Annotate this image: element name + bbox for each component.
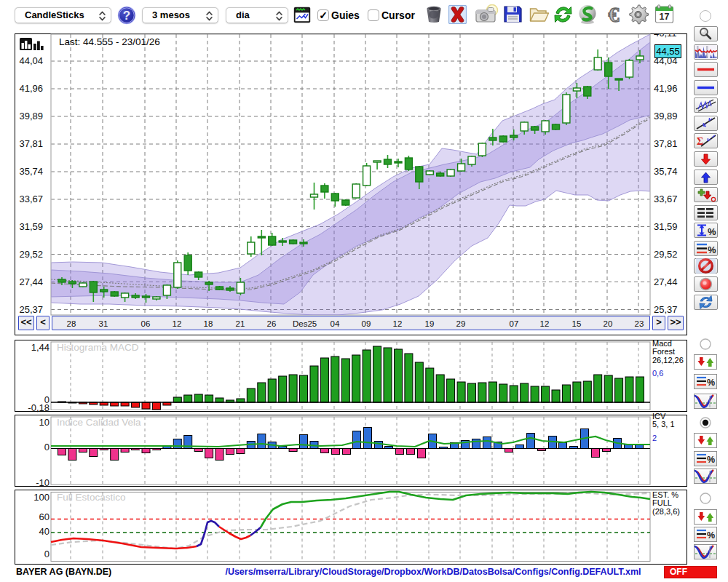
svg-text:€: € [609,4,620,25]
svg-text:Full Estocastico: Full Estocastico [57,492,126,503]
svg-text:%: % [707,378,715,388]
svg-text:17: 17 [660,12,670,22]
svg-text:%: % [708,226,716,237]
svg-text:%: % [708,244,716,255]
svg-text:Indice Calidad Vela: Indice Calidad Vela [57,417,141,428]
svg-text:%: % [707,455,715,465]
svg-text:Histograma MACD: Histograma MACD [57,342,139,353]
svg-text:%: % [707,530,715,541]
svg-text:?: ? [123,9,130,23]
